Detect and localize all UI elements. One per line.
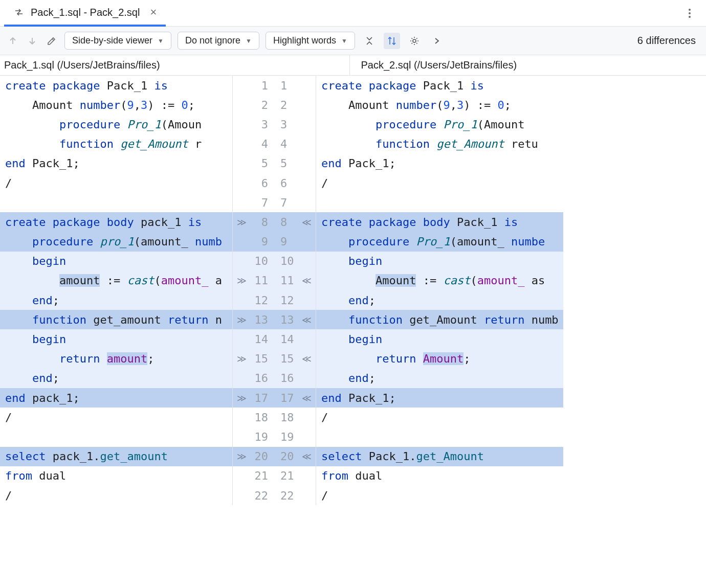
right-file-label: Pack_2.sql (/Users/JetBrains/files) (361, 59, 517, 71)
code-line[interactable]: return Amount; (316, 349, 563, 369)
gutter-line: 16 (233, 369, 274, 388)
sync-scroll-icon[interactable] (384, 33, 400, 49)
code-line[interactable]: / (316, 486, 563, 505)
gutter-line: 12 (274, 290, 316, 310)
apply-right-icon[interactable]: ≫ (237, 217, 247, 228)
gutter-line: 9 (274, 232, 316, 252)
code-line[interactable]: function get_Amount retu (316, 134, 563, 154)
apply-left-icon[interactable]: ≪ (302, 275, 312, 286)
prev-diff-icon[interactable] (6, 34, 19, 48)
code-line[interactable]: end; (316, 290, 563, 310)
code-line[interactable]: select Pack_1.get_Amount (316, 447, 563, 466)
code-line[interactable]: begin (316, 252, 563, 271)
apply-right-icon[interactable]: ≫ (237, 353, 247, 364)
code-line[interactable] (0, 193, 232, 212)
code-line[interactable]: create package Pack_1 is (0, 76, 232, 95)
highlight-mode-label: Highlight words (273, 35, 336, 46)
settings-icon[interactable] (406, 33, 423, 49)
gutter-line: 16 (274, 369, 316, 388)
code-line[interactable]: / (0, 486, 232, 505)
code-line[interactable] (316, 193, 563, 212)
apply-left-icon[interactable]: ≪ (302, 451, 312, 462)
code-line[interactable]: Amount number(9,3) := 0; (316, 95, 563, 115)
gutter-line: 10 (233, 252, 274, 271)
apply-left-icon[interactable]: ≪ (302, 353, 312, 364)
code-line[interactable]: end Pack_1; (0, 154, 232, 173)
code-line[interactable]: end; (0, 290, 232, 310)
code-line[interactable]: end; (0, 369, 232, 388)
view-mode-dropdown[interactable]: Side-by-side viewer ▼ (64, 32, 171, 50)
apply-right-icon[interactable]: ≫ (237, 451, 247, 462)
code-line[interactable]: / (316, 173, 563, 193)
ignore-mode-dropdown[interactable]: Do not ignore ▼ (178, 32, 259, 50)
collapse-unchanged-icon[interactable] (361, 33, 378, 49)
gutter-line: 22 (233, 486, 274, 505)
code-line[interactable]: create package body pack_1 is (0, 212, 232, 232)
code-line[interactable]: / (316, 408, 563, 427)
gutter-line: ≪15 (274, 349, 316, 369)
right-code-pane[interactable]: create package Pack_1 is Amount number(9… (316, 76, 563, 505)
code-line[interactable]: create package Pack_1 is (316, 76, 563, 95)
code-line[interactable]: procedure Pro_1(Amount (316, 115, 563, 134)
chevron-down-icon: ▼ (341, 37, 347, 44)
code-line[interactable]: procedure pro_1(amount_ numb (0, 232, 232, 252)
gutter-line: 3 (274, 115, 316, 134)
code-line[interactable]: / (0, 173, 232, 193)
code-line[interactable]: select pack_1.get_amount (0, 447, 232, 466)
gutter-line: 12 (233, 290, 274, 310)
code-line[interactable]: begin (0, 252, 232, 271)
gutter-line: 4 (233, 134, 274, 154)
code-line[interactable]: from dual (0, 466, 232, 486)
code-line[interactable] (316, 427, 563, 446)
gutter-line: 7 (274, 193, 316, 212)
diff-body: create package Pack_1 is Amount number(9… (0, 76, 706, 505)
gutter-line: 22 (274, 486, 316, 505)
code-line[interactable]: procedure Pro_1(amount_ numbe (316, 232, 563, 252)
code-line[interactable]: Amount number(9,3) := 0; (0, 95, 232, 115)
apply-right-icon[interactable]: ≫ (237, 275, 247, 286)
code-line[interactable]: end; (316, 369, 563, 388)
next-diff-icon[interactable] (26, 34, 39, 48)
highlight-mode-dropdown[interactable]: Highlight words ▼ (266, 32, 355, 50)
view-mode-label: Side-by-side viewer (72, 35, 152, 46)
code-line[interactable]: procedure Pro_1(Amoun (0, 115, 232, 134)
apply-left-icon[interactable]: ≪ (302, 217, 312, 228)
code-line[interactable]: function get_amount return n (0, 310, 232, 329)
left-file-label: Pack_1.sql (/Users/JetBrains/files) (4, 59, 160, 71)
diff-arrows-icon (13, 7, 25, 18)
diff-count-label: 6 differences (637, 35, 700, 47)
expand-icon[interactable] (429, 33, 445, 49)
gutter-line: ≪20 (274, 447, 316, 466)
code-line[interactable]: begin (0, 329, 232, 349)
gutter-line: 18 (233, 408, 274, 427)
apply-right-icon[interactable]: ≫ (237, 314, 247, 325)
code-line[interactable]: from dual (316, 466, 563, 486)
apply-right-icon[interactable]: ≫ (237, 393, 247, 403)
more-menu-icon[interactable] (682, 9, 697, 18)
gutter-line: ≫8 (233, 212, 274, 232)
left-code-pane[interactable]: create package Pack_1 is Amount number(9… (0, 76, 232, 505)
code-line[interactable]: begin (316, 329, 563, 349)
code-line[interactable]: function get_Amount r (0, 134, 232, 154)
gutter-line: ≪17 (274, 388, 316, 408)
code-line[interactable]: end Pack_1; (316, 388, 563, 408)
edit-icon[interactable] (45, 34, 58, 48)
close-icon[interactable]: × (150, 6, 157, 19)
code-line[interactable]: create package body Pack_1 is (316, 212, 563, 232)
code-line[interactable]: end pack_1; (0, 388, 232, 408)
code-line[interactable]: / (0, 408, 232, 427)
code-line[interactable] (0, 427, 232, 446)
gutter-line: 5 (274, 154, 316, 173)
code-line[interactable]: Amount := cast(amount_ as (316, 271, 563, 290)
diff-tab[interactable]: Pack_1.sql - Pack_2.sql × (4, 0, 166, 27)
code-line[interactable]: amount := cast(amount_ a (0, 271, 232, 290)
ignore-mode-label: Do not ignore (185, 35, 240, 46)
code-line[interactable]: return amount; (0, 349, 232, 369)
apply-left-icon[interactable]: ≪ (302, 393, 312, 403)
gutter-line: ≫13 (233, 310, 274, 329)
apply-left-icon[interactable]: ≪ (302, 314, 312, 325)
gutter-line: 14 (233, 329, 274, 349)
code-line[interactable]: end Pack_1; (316, 154, 563, 173)
tab-title: Pack_1.sql - Pack_2.sql (31, 7, 140, 18)
code-line[interactable]: function get_Amount return numb (316, 310, 563, 329)
